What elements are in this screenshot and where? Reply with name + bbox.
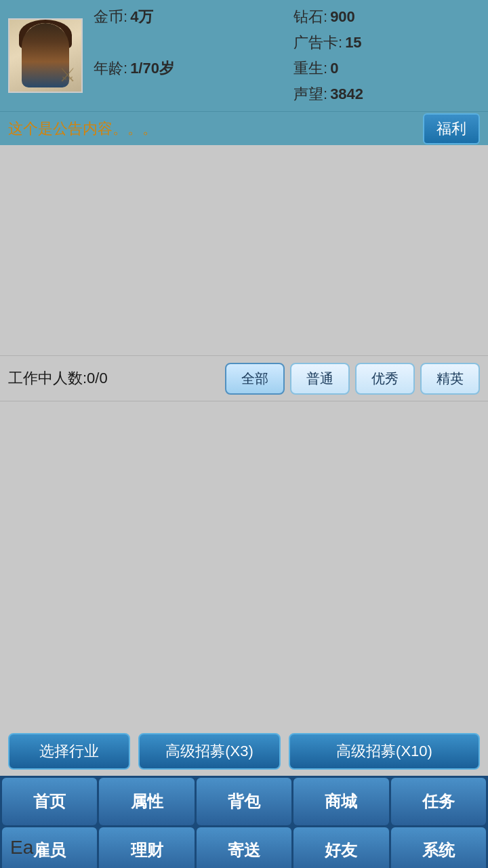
- avatar[interactable]: [8, 18, 83, 93]
- adcard-stat: 广告卡: 15: [293, 33, 480, 53]
- welfare-button[interactable]: 福利: [423, 113, 480, 144]
- nav-friends-button[interactable]: 好友: [293, 827, 388, 869]
- reputation-label: 声望:: [293, 84, 327, 104]
- filter-tab-normal[interactable]: 普通: [290, 363, 350, 395]
- nav-finance-button[interactable]: 理财: [99, 827, 194, 869]
- rebirth-stat: 重生: 0: [293, 58, 480, 79]
- nav-system-button[interactable]: 系统: [391, 827, 486, 869]
- age-label: 年龄:: [94, 58, 127, 79]
- recruit-10-button[interactable]: 高级招募(X10): [289, 733, 480, 770]
- age-value: 1/70岁: [130, 58, 174, 79]
- navigation-bar: 首页 属性 背包 商城 任务 雇员 理财 寄送 好友 系统: [0, 776, 488, 868]
- recruit-3-button[interactable]: 高级招募(X3): [138, 733, 281, 770]
- filter-tab-elite[interactable]: 精英: [420, 363, 480, 395]
- stats-grid: 金币: 4万 钻石: 900 广告卡: 15 年龄: 1/70岁 重生: 0 声…: [94, 7, 480, 104]
- announcement-text: 这个是公告内容。。。: [8, 119, 423, 139]
- reputation-stat: 声望: 3842: [293, 84, 480, 104]
- gold-label: 金币:: [94, 7, 127, 27]
- filter-tab-all[interactable]: 全部: [225, 363, 285, 395]
- adcard-label: 广告卡:: [293, 33, 342, 53]
- adcard-value: 15: [345, 34, 361, 52]
- nav-attributes-button[interactable]: 属性: [99, 778, 194, 825]
- filter-bar: 工作中人数:0/0 全部 普通 优秀 精英: [0, 355, 488, 401]
- nav-tasks-button[interactable]: 任务: [391, 778, 486, 825]
- action-buttons-bar: 选择行业 高级招募(X3) 高级招募(X10): [0, 727, 488, 776]
- nav-bag-button[interactable]: 背包: [197, 778, 291, 825]
- worker-count-label: 工作中人数:0/0: [8, 368, 225, 389]
- diamond-label: 钻石:: [293, 7, 327, 27]
- main-bottom-area: [0, 401, 488, 727]
- rebirth-label: 重生:: [293, 58, 327, 79]
- filter-tab-excellent[interactable]: 优秀: [355, 363, 415, 395]
- diamond-value: 900: [330, 8, 355, 26]
- header-section: 金币: 4万 钻石: 900 广告卡: 15 年龄: 1/70岁 重生: 0 声…: [0, 0, 488, 111]
- nav-delivery-button[interactable]: 寄送: [197, 827, 291, 869]
- reputation-value: 3842: [330, 85, 363, 103]
- gold-value: 4万: [130, 7, 153, 27]
- main-top-area: [0, 145, 488, 355]
- filter-tabs: 全部 普通 优秀 精英: [225, 363, 480, 395]
- select-industry-button[interactable]: 选择行业: [8, 733, 130, 770]
- diamond-stat: 钻石: 900: [293, 7, 480, 27]
- nav-shop-button[interactable]: 商城: [293, 778, 388, 825]
- rebirth-value: 0: [330, 60, 338, 77]
- age-stat: 年龄: 1/70岁: [94, 58, 280, 79]
- gold-stat: 金币: 4万: [94, 7, 280, 27]
- nav-employees-button[interactable]: 雇员: [2, 827, 97, 869]
- announcement-bar: 这个是公告内容。。。 福利: [0, 111, 488, 145]
- nav-home-button[interactable]: 首页: [2, 778, 97, 825]
